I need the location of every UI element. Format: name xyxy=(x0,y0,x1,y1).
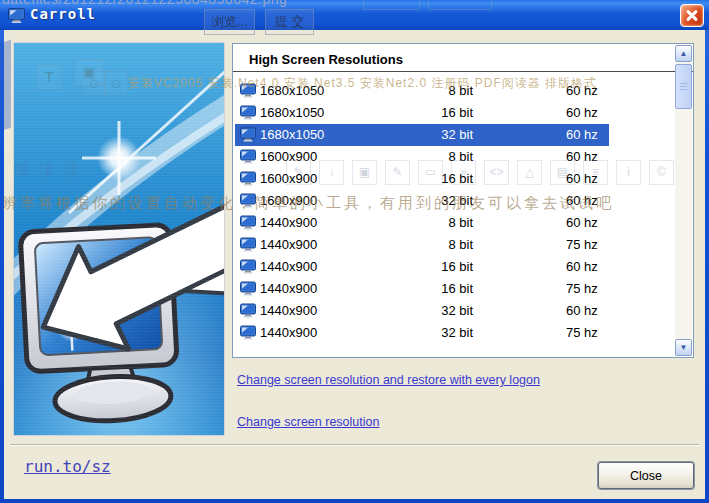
color-depth-value: 8 bit xyxy=(353,83,473,98)
resolution-value: 1680x1050 xyxy=(260,105,324,120)
resolution-row[interactable]: 1600x900 32 bit 60 hz xyxy=(235,190,609,212)
color-depth-value: 8 bit xyxy=(353,149,473,164)
color-depth-value: 32 bit xyxy=(353,193,473,208)
resolution-row[interactable]: 1440x900 32 bit 60 hz xyxy=(235,300,609,322)
resolution-rows: 1680x1050 8 bit 60 hz 1680x1050 16 bit 6… xyxy=(235,80,609,344)
refresh-rate-value: 60 hz xyxy=(566,259,598,274)
resolution-row[interactable]: 1680x1050 16 bit 60 hz xyxy=(235,102,609,124)
link-change-resolution[interactable]: Change screen resolution xyxy=(237,415,379,429)
monitor-icon xyxy=(240,83,256,98)
resolution-value: 1600x900 xyxy=(260,171,317,186)
resolution-value: 1680x1050 xyxy=(260,83,324,98)
resolution-row[interactable]: 1440x900 8 bit 75 hz xyxy=(235,234,609,256)
monitor-artwork-graphic xyxy=(14,43,224,435)
resolution-value: 1440x900 xyxy=(260,237,317,252)
refresh-rate-value: 60 hz xyxy=(566,83,598,98)
refresh-rate-value: 60 hz xyxy=(566,303,598,318)
resolution-value: 1440x900 xyxy=(260,325,317,340)
monitor-icon xyxy=(240,149,256,164)
refresh-rate-value: 60 hz xyxy=(566,215,598,230)
monitor-artwork xyxy=(13,42,225,436)
resolution-row[interactable]: 1680x1050 32 bit 60 hz xyxy=(235,124,609,146)
refresh-rate-value: 75 hz xyxy=(566,237,598,252)
close-window-button[interactable] xyxy=(680,4,704,27)
color-depth-value: 16 bit xyxy=(353,259,473,274)
resolution-value: 1600x900 xyxy=(260,193,317,208)
monitor-icon xyxy=(240,171,256,186)
resolution-row[interactable]: 1600x900 16 bit 60 hz xyxy=(235,168,609,190)
carroll-window: Carroll xyxy=(0,0,709,503)
monitor-icon xyxy=(240,303,256,318)
color-depth-value: 8 bit xyxy=(353,215,473,230)
monitor-icon xyxy=(240,325,256,340)
color-depth-value: 32 bit xyxy=(353,127,473,142)
monitor-icon xyxy=(240,105,256,120)
resolution-value: 1440x900 xyxy=(260,303,317,318)
scrollbar[interactable]: ▲ ▼ xyxy=(675,45,692,356)
window-title: Carroll xyxy=(30,6,96,22)
resolution-value: 1600x900 xyxy=(260,149,317,164)
resolution-value: 1440x900 xyxy=(260,259,317,274)
color-depth-value: 16 bit xyxy=(353,171,473,186)
resolution-row[interactable]: 1600x900 8 bit 60 hz xyxy=(235,146,609,168)
dialog-client-area: High Screen Resolutions 1680x1050 8 bit … xyxy=(4,30,705,499)
monitor-icon xyxy=(240,259,256,274)
scroll-up-button[interactable]: ▲ xyxy=(675,45,692,62)
footer-divider xyxy=(10,444,699,446)
close-button[interactable]: Close xyxy=(598,462,694,489)
list-header: High Screen Resolutions xyxy=(233,44,693,72)
color-depth-value: 16 bit xyxy=(353,105,473,120)
monitor-icon xyxy=(240,127,256,142)
app-monitor-icon xyxy=(8,8,25,23)
titlebar[interactable]: Carroll xyxy=(0,0,709,30)
resolution-row[interactable]: 1440x900 16 bit 75 hz xyxy=(235,278,609,300)
refresh-rate-value: 75 hz xyxy=(566,325,598,340)
scroll-down-button[interactable]: ▼ xyxy=(675,339,692,356)
refresh-rate-value: 60 hz xyxy=(566,171,598,186)
color-depth-value: 16 bit xyxy=(353,281,473,296)
resolution-row[interactable]: 1440x900 16 bit 60 hz xyxy=(235,256,609,278)
color-depth-value: 32 bit xyxy=(353,303,473,318)
refresh-rate-value: 75 hz xyxy=(566,281,598,296)
site-link[interactable]: run.to/sz xyxy=(24,457,111,476)
resolution-value: 1440x900 xyxy=(260,281,317,296)
resolution-list[interactable]: High Screen Resolutions 1680x1050 8 bit … xyxy=(232,43,694,358)
monitor-icon xyxy=(240,193,256,208)
color-depth-value: 32 bit xyxy=(353,325,473,340)
scrollbar-thumb[interactable] xyxy=(675,64,692,109)
refresh-rate-value: 60 hz xyxy=(566,127,598,142)
resolution-value: 1440x900 xyxy=(260,215,317,230)
resolution-row[interactable]: 1440x900 32 bit 75 hz xyxy=(235,322,609,344)
color-depth-value: 8 bit xyxy=(353,237,473,252)
refresh-rate-value: 60 hz xyxy=(566,193,598,208)
resolution-row[interactable]: 1440x900 8 bit 60 hz xyxy=(235,212,609,234)
refresh-rate-value: 60 hz xyxy=(566,105,598,120)
resolution-value: 1680x1050 xyxy=(260,127,324,142)
monitor-icon xyxy=(240,237,256,252)
link-change-and-restore[interactable]: Change screen resolution and restore wit… xyxy=(237,373,540,387)
monitor-icon xyxy=(240,215,256,230)
resolution-row[interactable]: 1680x1050 8 bit 60 hz xyxy=(235,80,609,102)
refresh-rate-value: 60 hz xyxy=(566,149,598,164)
monitor-icon xyxy=(240,281,256,296)
